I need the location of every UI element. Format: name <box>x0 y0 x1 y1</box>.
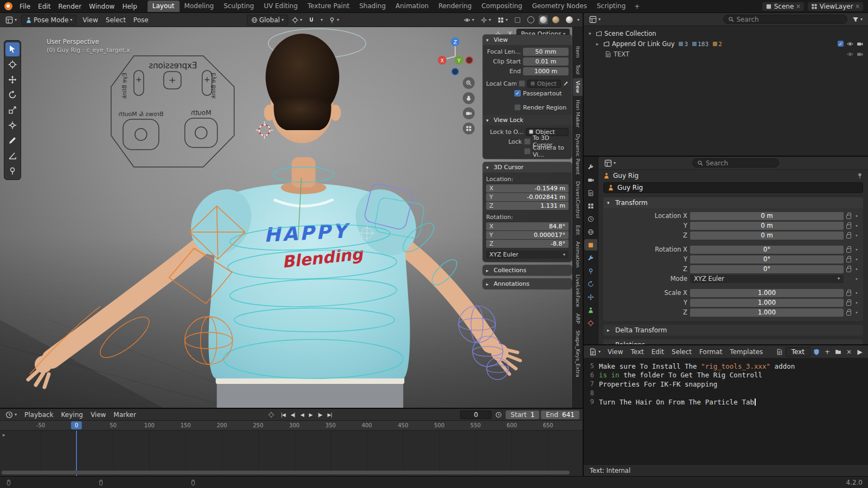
properties-tab-particles[interactable] <box>584 265 597 277</box>
workspace-tab-shading[interactable]: Shading <box>354 1 391 12</box>
animate-dot[interactable]: • <box>854 290 859 296</box>
timeline-scrollbar[interactable] <box>2 471 570 474</box>
properties-section-delta-transform[interactable]: ▸Delta Transform <box>603 325 863 336</box>
properties-search[interactable] <box>692 158 779 168</box>
chevron-right-icon[interactable]: ▸ <box>596 41 601 47</box>
timeline-ruler[interactable]: 0 -5005010015020025030035040045050055060… <box>0 421 583 431</box>
use-preview-range-toggle[interactable] <box>493 410 504 419</box>
shading-rendered-button[interactable] <box>564 15 575 24</box>
navigation-gizmo[interactable]: Z X Y <box>433 35 476 79</box>
timeline-menu-marker[interactable]: Marker <box>110 410 139 420</box>
cursor-location-x-field[interactable]: X-0.1549 m <box>486 184 569 192</box>
properties-tab-scene[interactable] <box>584 213 597 224</box>
shading-options-dropdown[interactable]: ▾ <box>577 18 579 22</box>
sidebar-tab-shape-keys-extra[interactable]: Shape_Keys_Extra <box>573 328 583 380</box>
tool-scale-button[interactable] <box>5 103 20 117</box>
editor-type-button[interactable]: ▾ <box>3 15 19 25</box>
workspace-tab-rendering[interactable]: Rendering <box>433 1 476 12</box>
menu-window[interactable]: Window <box>85 2 118 11</box>
viewport-menu-pose[interactable]: Pose <box>130 15 152 25</box>
focal-len-field[interactable]: 50 mm <box>523 48 569 56</box>
text-line[interactable]: 8 <box>584 389 868 398</box>
unlink-text-button[interactable]: × <box>844 347 854 357</box>
outliner-search-input[interactable] <box>737 16 843 23</box>
sidebar-tab-hori-maker[interactable]: Hori Maker <box>573 97 583 130</box>
chevron-down-icon[interactable]: ▾ <box>589 31 593 36</box>
animate-dot[interactable]: • <box>854 300 859 306</box>
lock-icon[interactable] <box>846 301 851 306</box>
text-menu-format[interactable]: Format <box>695 347 726 357</box>
animate-dot[interactable]: • <box>854 247 859 253</box>
tool-rotate-button[interactable] <box>5 88 20 102</box>
lock-icon[interactable] <box>846 292 851 296</box>
editor-type-button[interactable]: ▾ <box>602 158 618 168</box>
properties-tab-output[interactable] <box>584 187 597 198</box>
editor-type-button[interactable]: ▾ <box>587 347 603 357</box>
jump-to-end-button[interactable]: ▶| <box>324 412 334 418</box>
text-menu-text[interactable]: Text <box>627 347 648 357</box>
outliner-search[interactable] <box>723 15 847 24</box>
tool-probe-button[interactable] <box>5 164 20 178</box>
tool-measure-button[interactable] <box>5 149 20 163</box>
play-forward-button[interactable]: ▶ <box>307 412 315 418</box>
pin-icon[interactable] <box>857 172 863 179</box>
playhead-frame-label[interactable]: 0 <box>71 421 82 429</box>
shading-wireframe-button[interactable] <box>525 15 537 24</box>
frame-end-field[interactable]: End 641 <box>541 410 579 419</box>
show-gizmo-dropdown[interactable]: ▾ <box>478 16 493 24</box>
text-line[interactable]: 6is in the folder To Get The Rig Control… <box>584 371 868 380</box>
eye-icon[interactable] <box>847 51 853 57</box>
outliner-row-scene-collection[interactable]: ▾ Scene Collection <box>586 28 865 38</box>
viewport-canvas[interactable]: HAPPY Blending <box>0 27 583 408</box>
current-frame-field[interactable]: 0 <box>460 410 492 419</box>
text-name-field[interactable]: Text <box>786 347 810 357</box>
view-panel-header[interactable]: ▾ View <box>483 35 572 45</box>
lock-icon[interactable] <box>846 224 851 229</box>
fake-user-toggle[interactable] <box>812 347 821 357</box>
menu-file[interactable]: File <box>16 2 34 11</box>
shading-material-button[interactable] <box>550 15 561 24</box>
workspace-tab-geometry-nodes[interactable]: Geometry Nodes <box>527 1 592 12</box>
expressions-board[interactable]: Expressions Eye Blink Eye Blink Mouth <box>111 56 234 167</box>
cursor-location-z-field[interactable]: Z1.131 m <box>486 202 569 210</box>
properties-tab-render[interactable] <box>584 174 597 185</box>
workspace-tab-uv-editing[interactable]: UV Editing <box>259 1 303 12</box>
lock-icon[interactable] <box>846 258 851 262</box>
workspace-tab-animation[interactable]: Animation <box>391 1 433 12</box>
object-name-field[interactable]: Guy Rig <box>603 182 863 193</box>
workspace-tab-texture-paint[interactable]: Texture Paint <box>303 1 354 12</box>
animate-dot[interactable]: • <box>854 266 859 272</box>
sidebar-tab-view[interactable]: View <box>573 78 583 96</box>
browse-text-button[interactable] <box>775 347 784 357</box>
gizmo-negative-z-axis[interactable] <box>452 68 459 75</box>
animate-dot[interactable]: • <box>854 310 859 316</box>
properties-tab-physics[interactable] <box>584 278 597 290</box>
workspace-tab-scripting[interactable]: Scripting <box>592 1 630 12</box>
workspace-tab-layout[interactable]: Layout <box>148 1 180 12</box>
camera-view-button[interactable] <box>463 107 475 119</box>
z-field[interactable]: 0 m <box>690 232 844 240</box>
menu-help[interactable]: Help <box>118 2 141 11</box>
eye-blink-slider-right[interactable] <box>134 70 144 95</box>
blender-logo-icon[interactable] <box>4 2 12 10</box>
lock-icon[interactable] <box>846 311 851 316</box>
brows-mouth-control-knob[interactable] <box>135 129 147 140</box>
sidebar-tab-edit[interactable]: Edit <box>573 222 583 237</box>
text-menu-templates[interactable]: Templates <box>726 347 767 357</box>
sidebar-tab-dynamic-parent[interactable]: Dynamic Parent <box>573 131 583 177</box>
tool-cursor-button[interactable] <box>5 57 20 72</box>
rotation-x-field[interactable]: 0° <box>690 246 844 254</box>
editor-type-button[interactable]: ▾ <box>587 15 603 24</box>
play-reverse-button[interactable]: ◀ <box>298 412 307 418</box>
text-editor-body[interactable]: 5Make sure To Install The "rig_tools_3.x… <box>584 358 868 464</box>
timeline-tracks[interactable]: ▸ <box>0 431 583 476</box>
transform-orientation-selector[interactable]: Global ▾ <box>247 15 288 25</box>
animate-dot[interactable]: • <box>854 223 859 229</box>
animate-dot[interactable]: • <box>854 213 859 219</box>
sidebar-tab-tool[interactable]: Tool <box>573 62 583 77</box>
zoom-button[interactable] <box>463 77 475 89</box>
animate-dot[interactable]: • <box>854 233 859 239</box>
properties-tab-tool[interactable] <box>584 161 597 172</box>
y-field[interactable]: 0 m <box>690 222 844 230</box>
text-line[interactable]: 9Turn The Hair On From The Particle Tab <box>584 397 868 407</box>
